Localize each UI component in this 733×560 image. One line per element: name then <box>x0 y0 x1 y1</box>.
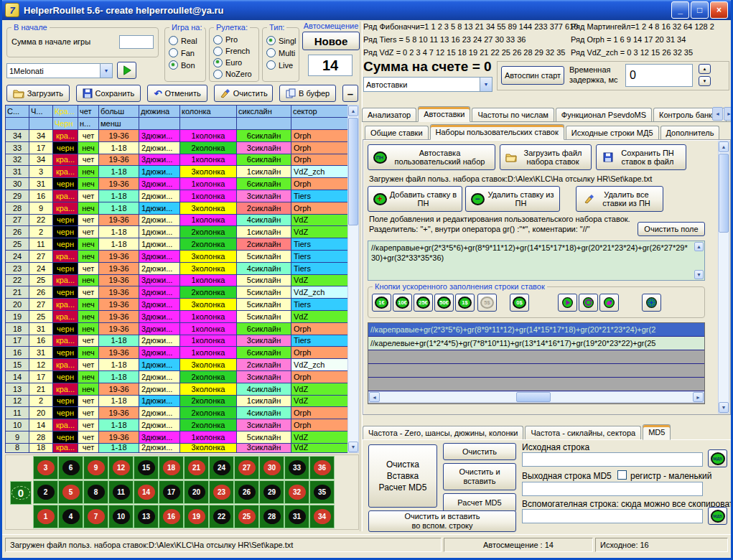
quick-bet-button[interactable]: 25€ <box>414 294 433 312</box>
table-scrollbar[interactable]: ▲ ▼ <box>347 105 359 453</box>
board-cell[interactable]: 9 <box>83 456 108 480</box>
column-header[interactable]: Ч... <box>29 106 53 118</box>
quick-bet-button[interactable]: 10€ <box>393 294 412 312</box>
board-cell[interactable]: 7 <box>83 505 108 528</box>
table-row[interactable]: 2427кра...неч19-363дюжи...3колонка5сикла… <box>6 250 348 262</box>
delete-bet-button[interactable]: − Удалить ставку из ПН <box>465 186 560 212</box>
board-cell[interactable]: 22 <box>209 505 234 528</box>
chevron-down-icon[interactable]: ▼ <box>100 64 112 78</box>
quick-bird-button[interactable] <box>599 294 619 312</box>
board-cell[interactable]: 36 <box>309 456 335 480</box>
table-row[interactable]: 289кра...неч1-181дюжи...3колонка2сиклайн… <box>6 202 348 214</box>
spin-down-button[interactable]: ▼ <box>699 76 711 86</box>
radio-option[interactable]: Real <box>169 34 197 47</box>
new-autoshift-button[interactable]: Новое <box>302 32 360 50</box>
board-cell[interactable]: 28 <box>259 505 284 528</box>
column-header[interactable]: дюжина <box>139 106 180 118</box>
board-cell[interactable]: 27 <box>234 456 259 480</box>
md5-source-calc-button[interactable]: МД5 <box>708 449 727 467</box>
board-cell[interactable]: 14 <box>134 480 159 504</box>
bet-list-empty-row[interactable] <box>368 350 704 364</box>
autospin-start-button[interactable]: Автоспин старт <box>501 66 564 85</box>
tab-item[interactable]: Функционал PsevdoMS <box>556 108 652 121</box>
quick-bet-button[interactable]: 50€ <box>434 294 454 312</box>
tab-item[interactable]: Анализатор <box>362 108 416 121</box>
radio-option[interactable]: French <box>213 45 252 57</box>
table-row[interactable]: 1321кра...неч19-362дюжи...3колонка4сикла… <box>6 383 348 395</box>
minimize-button[interactable]: _ <box>671 1 689 19</box>
tab-item[interactable]: Исходные строки МД5 <box>566 126 659 139</box>
panel-scrollbar-thumb[interactable] <box>719 154 729 233</box>
load-set-file-button[interactable]: Загрузить файл набора ставок <box>500 144 592 170</box>
chevron-down-icon[interactable]: ▼ <box>480 78 492 91</box>
clear-field-button[interactable]: Очистить поле <box>638 222 705 236</box>
spin-up-button[interactable]: ▲ <box>699 64 711 74</box>
md5-out-input[interactable] <box>522 482 703 496</box>
bet-list-empty-row[interactable] <box>368 364 704 378</box>
tab-prev-icon[interactable]: ◄ <box>712 107 723 121</box>
radio-icon[interactable] <box>266 48 276 57</box>
board-cell[interactable]: 17 <box>159 480 184 504</box>
board-cell[interactable]: 2 <box>33 480 58 504</box>
table-row[interactable]: 313кра...неч1-181дюжи...3колонка1сиклайн… <box>6 166 348 178</box>
quick-bet-button[interactable]: 1€ <box>372 294 391 312</box>
board-cell[interactable]: 35 <box>309 480 335 504</box>
radio-icon[interactable] <box>213 70 223 79</box>
undo-button[interactable]: ↶ Отменить <box>147 85 207 102</box>
board-cell[interactable]: 15 <box>134 456 159 480</box>
md5-clear-and-paste-button[interactable]: Очистить и вставить <box>443 463 516 490</box>
panel-scrollbar[interactable]: ▲ ▼ <box>718 141 729 414</box>
column-header[interactable]: сикслайн <box>237 106 291 118</box>
column-header[interactable] <box>29 118 53 130</box>
tab-next-icon[interactable]: ► <box>724 107 733 121</box>
md5-aux-calc-button[interactable]: МД5 <box>708 507 727 525</box>
tab-item[interactable]: Частоты по числам <box>472 108 554 121</box>
table-row[interactable]: 3317черннеч1-182дюжи...2колонка3сиклайнO… <box>6 141 348 154</box>
board-cell[interactable]: 21 <box>184 456 209 480</box>
radio-icon[interactable] <box>266 36 276 45</box>
table-row[interactable]: 262чернчет1-181дюжи...2колонка1сиклайнVd… <box>6 226 348 238</box>
add-bet-button[interactable]: + Добавить ставку в ПН <box>368 186 462 212</box>
quick-bet-button[interactable]: 1$ <box>455 294 475 312</box>
table-row[interactable]: 1831черннеч19-363дюжи...1колонка6сиклайн… <box>6 322 348 335</box>
table-row[interactable]: 2027кра...неч19-363дюжи...3колонка5сикла… <box>6 299 348 311</box>
board-cell[interactable]: 34 <box>309 505 335 528</box>
radio-option[interactable]: Singl <box>266 34 296 47</box>
bet-list-empty-row[interactable] <box>368 378 704 391</box>
bet-edit-field[interactable]: //кареправые+gr(2*3*5*6)+gr(8*9*11*12)+g… <box>368 241 705 281</box>
table-row[interactable]: 2324чернчет19-362дюжи...3колонка4сиклайн… <box>6 262 348 274</box>
radio-icon[interactable] <box>169 36 178 45</box>
mode-combobox[interactable]: Автоставки ▼ <box>363 77 492 92</box>
board-cell[interactable]: 5 <box>58 480 83 504</box>
radio-option[interactable]: Multi <box>266 47 296 59</box>
scroll-left-icon[interactable]: ◄ <box>369 392 380 402</box>
md5-source-input[interactable] <box>522 452 703 467</box>
table-row[interactable]: 2225кра...неч19-363дюжи...1колонка5сикла… <box>6 274 348 286</box>
bet-list-hscrollbar[interactable]: ◄ ► <box>368 391 704 403</box>
md5-clear-paste-aux-button[interactable]: Очистить и вставить во вспом. строку <box>368 510 516 532</box>
board-cell[interactable]: 13 <box>134 505 159 528</box>
load-button[interactable]: Загрузить <box>6 85 70 102</box>
quick-bet-button[interactable]: 0$ <box>510 294 529 312</box>
bet-list-row[interactable]: //кареправые+gr(2*3*5*6)+gr(8*9*11*12)+g… <box>368 323 704 337</box>
table-row[interactable]: 818кра...чет1-182дюжи...3колонка3сиклайн… <box>6 443 348 452</box>
board-cell[interactable]: 20 <box>184 480 209 504</box>
board-cell[interactable]: 16 <box>159 505 184 528</box>
tab-item[interactable]: Частота - Zero, шансы, дюжины, колонки <box>363 426 523 439</box>
save-set-file-button[interactable]: Сохранить ПН ставок в файл <box>596 144 686 170</box>
board-cell[interactable]: 24 <box>209 456 234 480</box>
column-header[interactable]: Кра... <box>53 106 78 118</box>
scroll-up-icon[interactable]: ▲ <box>719 141 729 152</box>
column-header[interactable]: чет <box>78 106 99 118</box>
autoset-user-set-button[interactable]: ПН Автоставка пользовательский набор <box>368 144 495 170</box>
table-row[interactable]: 122чернчет1-181дюжи...2колонка1сиклайнVd… <box>6 395 348 407</box>
radio-icon[interactable] <box>213 35 223 45</box>
radio-icon[interactable] <box>213 58 223 67</box>
board-cell[interactable]: 29 <box>259 480 284 504</box>
radio-option[interactable]: Fan <box>169 47 197 59</box>
quick-play-button[interactable] <box>558 294 577 312</box>
column-header[interactable]: менш <box>99 118 139 130</box>
start-sum-input[interactable] <box>119 35 154 49</box>
board-cell[interactable]: 18 <box>159 456 184 480</box>
table-row[interactable]: 1716кра...чет1-182дюжи...1колонка3сиклай… <box>6 335 348 347</box>
